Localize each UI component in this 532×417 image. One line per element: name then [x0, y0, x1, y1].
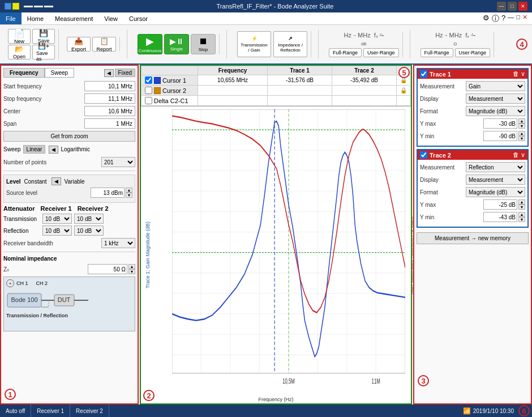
transmission-gain-button[interactable]: ⚡ Transmission / Gain	[237, 31, 271, 57]
trace1-ymax-down[interactable]: ▼	[518, 124, 525, 129]
tab-frequency[interactable]: Frequency	[3, 68, 45, 78]
badge-1: 1	[5, 389, 16, 400]
refl-r2-select[interactable]: 10 dB20 dB0 dB	[74, 225, 104, 236]
z0-down[interactable]: ▼	[128, 269, 135, 274]
userrange1-button[interactable]: User-Range	[363, 48, 399, 57]
status-auto-off[interactable]: Auto off	[0, 405, 31, 417]
userrange2-button[interactable]: User-Range	[455, 48, 491, 57]
save-as-button[interactable]: 💾+ Save as	[32, 45, 55, 59]
tab-sweep[interactable]: Sweep	[45, 68, 75, 78]
z0-up[interactable]: ▲	[128, 264, 135, 269]
toolbar-file-group: 📄 New 💾 Save 📂 Open 💾+ Save as	[5, 29, 59, 59]
trace2-format-select[interactable]: Magnitude (dB)PhaseReal	[466, 187, 525, 197]
cursor-1-row: Cursor 1 10,655 MHz -31,576 dB -35,492 d…	[141, 75, 411, 86]
cursor1-trace1: -31,576 dB	[268, 75, 332, 86]
trace1-ymax-up[interactable]: ▲	[518, 118, 525, 124]
menu-cursor[interactable]: Cursor	[123, 12, 153, 24]
trace1-checkbox[interactable]	[420, 70, 427, 78]
menu-measurement[interactable]: Measurement	[49, 12, 98, 24]
report-button[interactable]: 📋 Report	[92, 37, 116, 52]
open-button[interactable]: 📂 Open	[8, 45, 31, 59]
cursor-table: Frequency Trace 1 Trace 2 Cursor 1	[141, 66, 411, 107]
trace1-delete-icon[interactable]: 🗑	[513, 70, 519, 78]
trace2-ymin-input[interactable]	[483, 212, 517, 222]
center-input[interactable]	[84, 106, 135, 116]
trace2-delete-icon[interactable]: 🗑	[513, 151, 519, 159]
source-level-down[interactable]: ▼	[126, 193, 132, 198]
z0-input[interactable]	[88, 264, 127, 274]
menu-home[interactable]: Home	[22, 12, 49, 24]
trace1-ymin-up[interactable]: ▲	[518, 131, 525, 136]
continuous-button[interactable]: ▶ Continuous	[138, 34, 162, 54]
col-header-name	[141, 66, 198, 75]
impedance-reflection-button[interactable]: ↗ Impedance / Reflection	[273, 31, 307, 57]
badge-2: 2	[143, 390, 155, 401]
num-points-select[interactable]: 201 401 801	[101, 157, 135, 167]
tb-close-icon[interactable]: ✕	[522, 14, 527, 24]
close-btn[interactable]: ✕	[518, 2, 527, 11]
toggle-left[interactable]: ◀	[104, 69, 114, 77]
svg-text:10,5M: 10,5M	[282, 377, 295, 385]
stop-button[interactable]: ⏹ Stop	[191, 34, 216, 54]
trace1-expand-icon[interactable]: ∨	[521, 70, 525, 78]
menu-view[interactable]: View	[98, 12, 123, 24]
trace1-format-select[interactable]: Magnitude (dB)PhaseReal	[466, 106, 525, 116]
trace2-ymax-down[interactable]: ▼	[518, 205, 525, 210]
menu-file[interactable]: File	[0, 12, 22, 24]
trace2-ymax-input[interactable]	[483, 199, 517, 210]
fullrange2-button[interactable]: Full-Range	[421, 48, 453, 57]
new-button[interactable]: 📄 New	[8, 29, 31, 44]
stop-freq-input[interactable]	[84, 93, 135, 104]
source-level-input[interactable]	[91, 188, 125, 198]
cursor1-checkbox[interactable]	[145, 76, 152, 84]
trace1-measurement-row: Measurement GainReflectionImpedance	[420, 81, 525, 91]
get-zoom-button[interactable]: Get from zoom	[3, 131, 135, 142]
status-receiver1[interactable]: Receiver 1	[31, 405, 70, 417]
tb-minimize-icon[interactable]: —	[508, 14, 514, 24]
cursor2-label[interactable]: Cursor 2	[145, 87, 194, 94]
trace2-ymin-spinbox: ▲ ▼	[483, 212, 525, 222]
delta-label[interactable]: Delta C2-C1	[145, 97, 194, 104]
start-freq-input[interactable]	[84, 81, 135, 91]
save-button[interactable]: 💾 Save	[32, 29, 55, 44]
trace1-display-select[interactable]: MeasurementMemory	[466, 93, 525, 104]
trace2-expand-icon[interactable]: ∨	[521, 151, 525, 159]
memory-button[interactable]: Measurement → new memory	[417, 232, 529, 244]
trace2-ymin-down[interactable]: ▼	[518, 217, 525, 222]
trans-r2-select[interactable]: 10 dB20 dB0 dB	[74, 214, 104, 224]
source-level-up[interactable]: ▲	[126, 188, 132, 193]
trace2-display-select[interactable]: MeasurementMemory	[466, 175, 525, 185]
cursor2-checkbox[interactable]	[145, 87, 152, 94]
trace2-measurement-select[interactable]: ReflectionGainImpedance	[466, 162, 525, 172]
trans-r1-select[interactable]: 10 dB20 dB0 dB	[42, 214, 72, 224]
minimize-btn[interactable]: —	[497, 2, 506, 11]
single-button[interactable]: ▶⏸ Single	[164, 34, 189, 54]
trace2-ymax-up[interactable]: ▲	[518, 199, 525, 205]
status-receiver2[interactable]: Receiver 2	[70, 405, 109, 417]
cursor2-lock[interactable]: 🔒	[397, 86, 411, 96]
settings-icon[interactable]: ⚙	[483, 14, 490, 24]
fullrange1-button[interactable]: Full-Range	[329, 48, 362, 57]
trace1-ymax-input[interactable]	[483, 118, 517, 129]
trace1-measurement-select[interactable]: GainReflectionImpedance	[466, 81, 525, 91]
trace1-ymin-down[interactable]: ▼	[518, 136, 525, 141]
badge-4: 4	[516, 39, 527, 50]
refl-r1-select[interactable]: 10 dB20 dB0 dB	[42, 225, 72, 236]
trace2-checkbox[interactable]	[420, 151, 427, 159]
tb-maximize-icon[interactable]: □	[516, 14, 520, 24]
info-icon[interactable]: ⓘ	[492, 14, 499, 24]
toggle-sweep[interactable]: ◀	[49, 146, 58, 154]
trace2-ymin-up[interactable]: ▲	[518, 212, 525, 217]
maximize-btn[interactable]: □	[508, 2, 517, 11]
status-datetime: 2019/1/10 10:30	[473, 408, 514, 414]
receiver-bw-select[interactable]: 1 kHz100 Hz10 kHz	[101, 238, 135, 248]
export-button[interactable]: 📤 Export	[67, 37, 91, 52]
toggle-level[interactable]: ◀	[52, 177, 61, 185]
trace1-ymin-input[interactable]	[483, 131, 517, 141]
cursor1-label[interactable]: Cursor 1	[145, 76, 194, 84]
badge-5: 5	[398, 67, 410, 78]
help-icon[interactable]: ?	[501, 14, 505, 24]
span-input[interactable]	[84, 118, 135, 129]
delta-checkbox[interactable]	[145, 97, 152, 104]
receiver-bw-row: Receiver bandwidth 1 kHz100 Hz10 kHz	[3, 238, 135, 248]
